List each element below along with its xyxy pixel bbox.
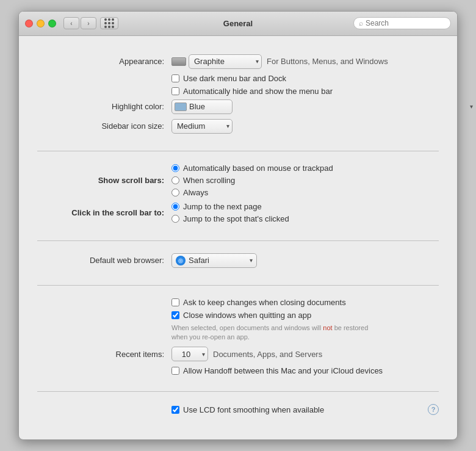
window-title: General bbox=[223, 19, 253, 28]
maximize-button[interactable] bbox=[48, 20, 56, 27]
handoff-row: Allow Handoff between this Mac and your … bbox=[171, 366, 439, 375]
browser-chevron-icon: ▾ bbox=[250, 257, 253, 264]
browser-label: Default web browser: bbox=[37, 256, 171, 265]
close-windows-label: Close windows when quitting an app bbox=[183, 311, 311, 320]
radio-always[interactable] bbox=[171, 189, 179, 197]
handoff-checkbox[interactable] bbox=[171, 367, 179, 375]
chevron-left-icon: ‹ bbox=[70, 20, 72, 27]
recent-select-wrap: 10 5 15 20 None ▾ bbox=[171, 347, 208, 361]
nav-buttons: ‹ › bbox=[63, 17, 96, 29]
radio-scrolling-label: When scrolling bbox=[183, 176, 235, 185]
scroll-bars-radio-group: Automatically based on mouse or trackpad… bbox=[171, 164, 333, 197]
main-window: ‹ › General ⌕ Appearance: bbox=[18, 11, 458, 441]
click-scroll-row: Click in the scroll bar to: Jump to the … bbox=[37, 202, 439, 223]
close-windows-checkbox[interactable] bbox=[171, 311, 179, 319]
blue-color-swatch bbox=[175, 103, 187, 111]
forward-button[interactable]: › bbox=[81, 17, 96, 29]
recent-select[interactable]: 10 5 15 20 None bbox=[171, 347, 208, 361]
radio-scrolling-row: When scrolling bbox=[171, 176, 333, 185]
hint-line2: be restored bbox=[334, 324, 369, 331]
grid-icon bbox=[104, 18, 114, 28]
settings-content: Appearance: Graphite Blue ▾ For Buttons,… bbox=[19, 36, 457, 440]
search-input[interactable] bbox=[366, 19, 439, 27]
ask-keep-label: Ask to keep changes when closing documen… bbox=[183, 298, 346, 307]
recent-helper: Documents, Apps, and Servers bbox=[213, 350, 322, 359]
sidebar-size-select[interactable]: Medium Small Large bbox=[171, 119, 233, 134]
chevron-right-icon: › bbox=[87, 20, 89, 27]
appearance-helper: For Buttons, Menus, and Windows bbox=[267, 57, 388, 66]
radio-always-label: Always bbox=[183, 188, 208, 197]
radio-always-row: Always bbox=[171, 188, 333, 197]
safari-icon: ◎ bbox=[176, 256, 186, 265]
highlight-row: Highlight color: Blue Graphite Red ▾ bbox=[37, 99, 439, 114]
radio-auto-row: Automatically based on mouse or trackpad bbox=[171, 164, 333, 173]
graphite-swatch bbox=[171, 57, 186, 66]
appearance-label: Appearance: bbox=[37, 57, 171, 66]
divider-3 bbox=[37, 285, 439, 286]
grid-button[interactable] bbox=[100, 17, 118, 29]
scroll-bars-row: Show scroll bars: Automatically based on… bbox=[37, 164, 439, 197]
minimize-button[interactable] bbox=[37, 20, 45, 27]
appearance-select[interactable]: Graphite Blue bbox=[189, 54, 262, 69]
browser-section: Default web browser: ◎ Safari ▾ bbox=[37, 247, 439, 279]
sidebar-select-wrap: Medium Small Large ▾ bbox=[171, 119, 233, 134]
recent-row: Recent items: 10 5 15 20 None ▾ Document… bbox=[37, 347, 439, 361]
radio-scrolling[interactable] bbox=[171, 176, 179, 184]
dark-menu-checkbox[interactable] bbox=[171, 74, 179, 82]
search-box[interactable]: ⌕ bbox=[353, 17, 451, 29]
dark-menu-row: Use dark menu bar and Dock bbox=[171, 74, 439, 83]
radio-spot[interactable] bbox=[171, 215, 179, 223]
appearance-row: Appearance: Graphite Blue ▾ For Buttons,… bbox=[37, 54, 439, 69]
recent-label: Recent items: bbox=[37, 350, 171, 359]
browser-select[interactable]: ◎ Safari ▾ bbox=[171, 253, 257, 268]
ask-keep-row: Ask to keep changes when closing documen… bbox=[171, 298, 439, 307]
hint-not: not bbox=[323, 324, 332, 331]
lcd-label: Use LCD font smoothing when available bbox=[183, 405, 324, 414]
click-scroll-label: Click in the scroll bar to: bbox=[37, 208, 171, 217]
scroll-bars-label: Show scroll bars: bbox=[37, 176, 171, 185]
auto-hide-row: Automatically hide and show the menu bar bbox=[171, 87, 439, 96]
sidebar-row: Sidebar icon size: Medium Small Large ▾ bbox=[37, 119, 439, 134]
scroll-section: Show scroll bars: Automatically based on… bbox=[37, 157, 439, 234]
divider-1 bbox=[37, 151, 439, 151]
documents-section: Ask to keep changes when closing documen… bbox=[37, 292, 439, 386]
lcd-checkbox[interactable] bbox=[171, 406, 179, 414]
highlight-select-wrap[interactable]: Blue Graphite Red ▾ bbox=[171, 99, 233, 114]
sidebar-label: Sidebar icon size: bbox=[37, 121, 171, 131]
lcd-section: Use LCD font smoothing when available ? bbox=[37, 398, 439, 421]
radio-spot-label: Jump to the spot that's clicked bbox=[183, 214, 289, 223]
highlight-label: Highlight color: bbox=[37, 102, 171, 111]
back-button[interactable]: ‹ bbox=[63, 17, 79, 29]
radio-next-page[interactable] bbox=[171, 203, 179, 211]
question-button[interactable]: ? bbox=[428, 404, 439, 415]
click-scroll-radio-group: Jump to the next page Jump to the spot t… bbox=[171, 202, 289, 223]
divider-2 bbox=[37, 240, 439, 241]
close-windows-row: Close windows when quitting an app bbox=[171, 311, 439, 320]
ask-keep-checkbox[interactable] bbox=[171, 298, 179, 306]
radio-auto-label: Automatically based on mouse or trackpad bbox=[183, 164, 333, 173]
browser-row: Default web browser: ◎ Safari ▾ bbox=[37, 253, 439, 268]
hint-line1: When selected, open documents and window… bbox=[171, 324, 321, 331]
auto-hide-checkbox[interactable] bbox=[171, 87, 179, 95]
hint-text: When selected, open documents and window… bbox=[171, 323, 439, 342]
lcd-row: Use LCD font smoothing when available ? bbox=[37, 404, 439, 415]
radio-next-page-row: Jump to the next page bbox=[171, 202, 289, 211]
radio-next-page-label: Jump to the next page bbox=[183, 202, 262, 211]
radio-auto[interactable] bbox=[171, 164, 179, 172]
radio-spot-row: Jump to the spot that's clicked bbox=[171, 214, 289, 223]
close-button[interactable] bbox=[25, 20, 33, 27]
divider-4 bbox=[37, 391, 439, 392]
hint-line3: when you re-open an app. bbox=[171, 333, 250, 341]
lcd-content: Use LCD font smoothing when available bbox=[171, 405, 428, 414]
handoff-label: Allow Handoff between this Mac and your … bbox=[183, 366, 383, 375]
highlight-color-select[interactable]: Blue Graphite Red bbox=[188, 101, 229, 113]
appearance-select-wrap: Graphite Blue ▾ bbox=[171, 54, 262, 69]
dark-menu-label: Use dark menu bar and Dock bbox=[183, 74, 286, 83]
browser-value: Safari bbox=[189, 256, 209, 265]
traffic-lights bbox=[25, 20, 56, 27]
search-icon: ⌕ bbox=[359, 19, 363, 27]
appearance-section: Appearance: Graphite Blue ▾ For Buttons,… bbox=[37, 48, 439, 145]
titlebar: ‹ › General ⌕ bbox=[19, 12, 457, 36]
auto-hide-label: Automatically hide and show the menu bar bbox=[183, 87, 333, 96]
